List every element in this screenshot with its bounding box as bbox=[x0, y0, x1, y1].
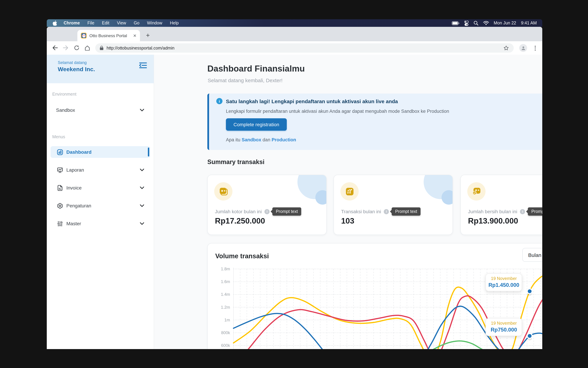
browser-tab[interactable]: OTTO Otto Business Portal ✕ bbox=[77, 30, 140, 41]
home-button[interactable] bbox=[83, 44, 91, 52]
sidebar-item-label: Dashboard bbox=[66, 149, 91, 155]
svg-text:1.2m: 1.2m bbox=[221, 305, 230, 310]
prompt-tooltip: Prompt text bbox=[528, 207, 542, 216]
menubar-left: Chrome File Edit View Go Window Help bbox=[47, 20, 182, 26]
sidebar: Selamat datang Weekend Inc. Environment … bbox=[47, 55, 154, 349]
browser-profile-avatar[interactable] bbox=[519, 44, 527, 52]
menubar-item-edit[interactable]: Edit bbox=[98, 21, 113, 26]
battery-icon[interactable] bbox=[452, 21, 459, 25]
card-icon-badge bbox=[340, 182, 359, 201]
tab-close-icon[interactable]: ✕ bbox=[133, 33, 136, 38]
sidebar-item-dashboard[interactable]: Dashboard bbox=[51, 146, 150, 158]
tooltip-arrow bbox=[526, 210, 528, 213]
prompt-tooltip: Prompt text bbox=[272, 207, 301, 216]
apple-logo-icon bbox=[53, 20, 57, 26]
forward-button[interactable] bbox=[62, 44, 70, 52]
reload-button[interactable] bbox=[72, 44, 81, 52]
sidebar-item-laporan[interactable]: Laporan bbox=[51, 164, 150, 176]
menubar-item-view[interactable]: View bbox=[113, 21, 130, 26]
sidebar-item-pengaturan[interactable]: Pengaturan bbox=[51, 200, 150, 212]
sidebar-collapse-button[interactable] bbox=[139, 62, 147, 68]
tab-title: Otto Business Portal bbox=[89, 33, 127, 38]
svg-text:600k: 600k bbox=[221, 343, 230, 348]
site-favicon: OTTO bbox=[81, 33, 87, 38]
tooltip-arrow bbox=[390, 210, 392, 213]
sidebar-item-label: Master bbox=[66, 221, 81, 226]
wallet-check-icon bbox=[472, 187, 481, 196]
sidebar-item-master[interactable]: Master bbox=[51, 218, 150, 230]
info-icon[interactable]: i bbox=[520, 209, 525, 214]
chart-tooltip: 19 November Rp1.450.000 bbox=[486, 273, 522, 291]
user-icon bbox=[521, 46, 525, 50]
card-value: Rp13.900.000 bbox=[468, 216, 518, 226]
card-label-row: Transaksi bulan ini i Prompt text bbox=[341, 207, 421, 216]
tab-strip: OTTO Otto Business Portal ✕ + bbox=[47, 27, 542, 41]
chart-tooltip: 19 November Rp750.000 bbox=[486, 318, 522, 336]
card-value: Rp17.250.000 bbox=[215, 216, 265, 226]
sidebar-item-label: Pengaturan bbox=[66, 203, 91, 208]
company-name: Weekend Inc. bbox=[58, 66, 95, 73]
banner-title: Satu langkah lagi! Lengkapi pendaftaran … bbox=[226, 98, 398, 104]
svg-text:1m: 1m bbox=[224, 318, 230, 322]
menubar-item-chrome[interactable]: Chrome bbox=[60, 21, 83, 26]
sidebar-item-invoice[interactable]: Invoice bbox=[51, 182, 150, 194]
settings-icon bbox=[57, 203, 63, 209]
sandbox-link[interactable]: Sandbox bbox=[242, 137, 261, 142]
svg-text:1.4m: 1.4m bbox=[221, 292, 230, 297]
card-icon-badge bbox=[214, 182, 232, 201]
svg-text:1.6m: 1.6m bbox=[221, 279, 230, 284]
url-text[interactable]: http://ottobusinessportal.com/admin bbox=[107, 46, 174, 50]
main-area: Dashboard Finansialmu Selamat datang kem… bbox=[154, 55, 542, 349]
line-chart: 1.8m1.6m1.4m1.2m1m800k600k 19 November R… bbox=[208, 243, 542, 349]
summary-card-net: Jumlah bersih bulan ini i Prompt text Rp… bbox=[461, 175, 542, 235]
tooltip-date: 19 November bbox=[488, 321, 520, 325]
svg-text:1.8m: 1.8m bbox=[221, 267, 230, 271]
menubar-item-help[interactable]: Help bbox=[166, 21, 182, 26]
environment-value: Sandbox bbox=[56, 107, 75, 113]
info-icon[interactable]: i bbox=[384, 209, 389, 214]
new-tab-button[interactable]: + bbox=[143, 31, 153, 40]
environment-section-label: Environment bbox=[52, 92, 76, 97]
production-link[interactable]: Production bbox=[272, 137, 296, 142]
spotlight-search-icon[interactable] bbox=[473, 21, 478, 26]
activation-banner: i Satu langkah lagi! Lengkapi pendaftara… bbox=[207, 93, 542, 150]
sidebar-item-label: Laporan bbox=[66, 167, 84, 173]
screenshot-viewport: Chrome File Edit View Go Window Help Mon… bbox=[0, 0, 588, 368]
complete-registration-button[interactable]: Complete registration bbox=[226, 118, 287, 131]
environment-selector[interactable]: Sandbox bbox=[51, 104, 150, 116]
menubar-clock[interactable]: 9:41 AM bbox=[521, 21, 537, 26]
prompt-tooltip: Prompt text bbox=[392, 207, 421, 216]
browser-menu-icon[interactable] bbox=[532, 44, 538, 52]
summary-heading: Summary transaksi bbox=[207, 158, 264, 166]
menubar-item-go[interactable]: Go bbox=[130, 21, 143, 26]
menus-section-label: Menus bbox=[52, 135, 65, 139]
menubar-item-window[interactable]: Window bbox=[143, 21, 166, 26]
chevron-down-icon bbox=[140, 222, 144, 225]
trending-up-icon bbox=[345, 187, 354, 195]
page-subtitle: Selamat datang kembali, Dexter! bbox=[208, 77, 282, 83]
address-bar[interactable]: http://ottobusinessportal.com/admin bbox=[95, 43, 514, 53]
apple-menu-icon[interactable] bbox=[53, 20, 60, 26]
sliders-icon bbox=[57, 221, 63, 227]
browser-window: OTTO Otto Business Portal ✕ + http://ot bbox=[47, 27, 542, 349]
menubar-date[interactable]: Mon Jun 22 bbox=[494, 21, 516, 26]
sidebar-item-label: Invoice bbox=[66, 185, 82, 191]
menubar-item-file[interactable]: File bbox=[83, 21, 98, 26]
dashboard-icon bbox=[57, 149, 63, 155]
info-icon: i bbox=[216, 98, 223, 104]
macos-menubar: Chrome File Edit View Go Window Help Mon… bbox=[47, 19, 542, 27]
control-center-icon[interactable] bbox=[464, 20, 469, 26]
stage: Chrome File Edit View Go Window Help Mon… bbox=[0, 0, 588, 368]
welcome-label: Selamat datang bbox=[58, 60, 87, 65]
wifi-icon[interactable] bbox=[483, 21, 489, 25]
card-label-row: Jumlah kotor bulan ini i Prompt text bbox=[215, 207, 301, 216]
tooltip-arrow bbox=[271, 210, 272, 213]
tooltip-amount: Rp750.000 bbox=[488, 327, 520, 333]
collapse-menu-icon bbox=[139, 62, 147, 68]
bookmark-star-icon[interactable] bbox=[503, 45, 509, 51]
back-button[interactable] bbox=[51, 44, 59, 52]
report-icon bbox=[57, 167, 63, 173]
lock-icon bbox=[100, 46, 103, 50]
info-icon[interactable]: i bbox=[264, 209, 270, 214]
footnote-text: dan bbox=[261, 137, 272, 142]
